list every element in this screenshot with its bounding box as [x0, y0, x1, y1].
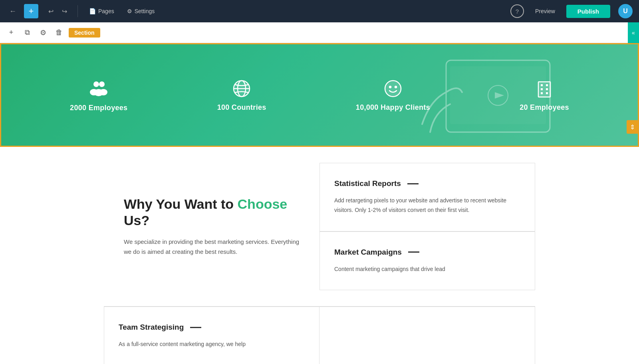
team-strategising-text: As a full-service content marketing agen…	[119, 340, 305, 349]
redo-button[interactable]: ↪	[58, 5, 70, 17]
section-toolbar: + ⧉ ⚙ 🗑 Section «	[0, 22, 639, 43]
globe-icon	[232, 79, 252, 99]
svg-rect-15	[538, 82, 550, 97]
svg-point-14	[395, 86, 397, 88]
collapse-button[interactable]: «	[628, 22, 639, 44]
settings-section-button[interactable]: ⚙	[37, 26, 50, 39]
hero-section: 2000 Employees 100 Countries	[0, 43, 639, 147]
publish-button[interactable]: Publish	[566, 5, 610, 18]
svg-point-12	[385, 81, 401, 97]
choose-title-start: Why You Want to	[124, 196, 238, 212]
content-grid: Statistical Reports Add retargeting pixe…	[80, 147, 559, 306]
pages-label: Pages	[98, 8, 114, 14]
market-campaigns-text: Content marketing campaigns that drive l…	[334, 265, 520, 274]
add-icon: +	[9, 28, 14, 37]
empty-cell	[320, 307, 535, 364]
team-strategising-card: Team Strategising As a full-service cont…	[104, 307, 320, 364]
help-button[interactable]: ?	[510, 4, 524, 18]
expand-button[interactable]: ⇕	[627, 120, 638, 134]
choose-title-end: Us?	[124, 213, 149, 228]
hero-stats-row: 2000 Employees 100 Countries	[1, 44, 638, 146]
top-navigation: ← + ↩ ↪ 📄 Pages ⚙ Settings ? Preview Pub…	[0, 0, 639, 22]
nav-divider	[77, 5, 78, 17]
svg-point-5	[99, 81, 105, 87]
title-dash	[407, 183, 419, 184]
choose-title-highlight: Choose	[238, 196, 288, 212]
preview-button[interactable]: Preview	[529, 5, 562, 18]
section-label: Section	[69, 28, 100, 38]
add-button[interactable]: +	[24, 4, 38, 18]
undo-redo-group: ↩ ↪	[45, 5, 70, 17]
gear-icon: ⚙	[127, 8, 132, 14]
statistical-reports-card: Statistical Reports Add retargeting pixe…	[320, 163, 535, 231]
pages-icon: 📄	[89, 8, 96, 14]
delete-button[interactable]: 🗑	[53, 26, 65, 39]
svg-rect-18	[541, 88, 543, 90]
smiley-icon	[383, 79, 403, 99]
avatar[interactable]: U	[618, 4, 633, 18]
svg-rect-17	[546, 84, 548, 86]
stat-countries-label: 100 Countries	[217, 103, 266, 112]
team-strategising-title: Team Strategising	[119, 323, 305, 332]
trash-icon: 🗑	[56, 28, 63, 37]
back-button[interactable]: ←	[6, 5, 19, 18]
market-campaigns-title: Market Campaigns	[334, 248, 520, 257]
updown-arrow-icon: ⇕	[630, 123, 635, 131]
building-icon	[534, 79, 554, 99]
choose-text: We specialize in providing the best mark…	[124, 237, 300, 257]
people-icon	[88, 78, 109, 99]
svg-point-4	[93, 81, 99, 87]
svg-rect-16	[541, 84, 543, 86]
stat-employees: 2000 Employees	[70, 78, 127, 112]
settings-icon: ⚙	[40, 28, 46, 37]
svg-point-13	[389, 86, 391, 88]
title-dash-2	[408, 251, 419, 253]
stat-employees-label: 2000 Employees	[70, 104, 127, 112]
svg-rect-21	[546, 92, 548, 94]
main-content: Statistical Reports Add retargeting pixe…	[0, 147, 639, 364]
chevron-left-icon: «	[632, 30, 635, 36]
stat-countries: 100 Countries	[217, 79, 266, 112]
add-section-button[interactable]: +	[5, 26, 18, 39]
stat-offices: 20 Employees	[520, 79, 569, 112]
svg-point-8	[94, 89, 103, 96]
undo-button[interactable]: ↩	[45, 5, 57, 17]
svg-rect-20	[541, 92, 543, 94]
duplicate-icon: ⧉	[25, 28, 30, 37]
market-campaigns-card: Market Campaigns Content marketing campa…	[320, 231, 535, 291]
title-dash-3	[190, 327, 201, 328]
stat-clients: 10,000 Happy Clients	[356, 79, 430, 112]
pages-button[interactable]: 📄 Pages	[85, 6, 118, 17]
svg-rect-19	[546, 88, 548, 90]
choose-title: Why You Want to Choose Us?	[124, 196, 300, 229]
statistical-reports-title: Statistical Reports	[334, 179, 520, 188]
stat-offices-label: 20 Employees	[520, 103, 569, 112]
settings-button[interactable]: ⚙ Settings	[123, 6, 159, 17]
stat-clients-label: 10,000 Happy Clients	[356, 103, 430, 112]
statistical-reports-text: Add retargeting pixels to your website a…	[334, 196, 520, 215]
why-choose-panel: Why You Want to Choose Us? We specialize…	[104, 163, 320, 290]
settings-label: Settings	[135, 8, 155, 14]
duplicate-button[interactable]: ⧉	[21, 26, 34, 39]
